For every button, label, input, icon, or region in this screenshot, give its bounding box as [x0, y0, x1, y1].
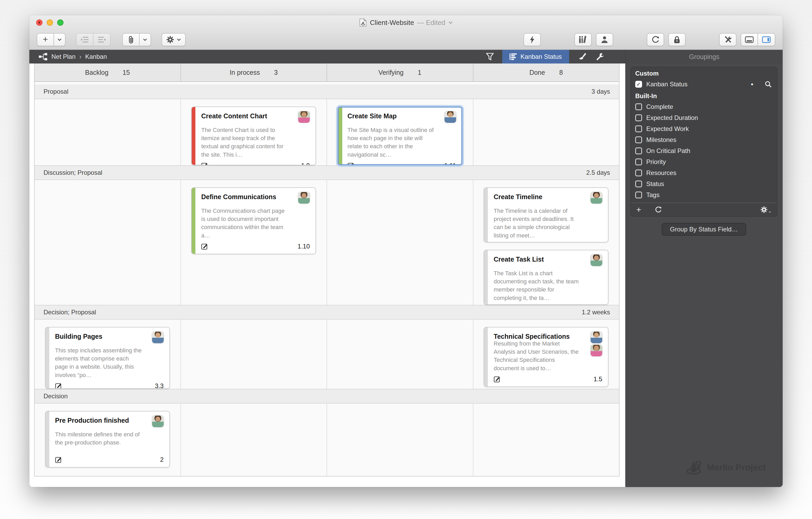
resources-button[interactable]: [596, 33, 613, 46]
note-icon[interactable]: [55, 383, 62, 389]
style-brush-icon[interactable]: [578, 53, 586, 61]
breadcrumb-kanban[interactable]: Kanban: [85, 53, 107, 60]
cell-proposal-backlog[interactable]: [35, 99, 181, 165]
checkbox[interactable]: [635, 181, 642, 187]
avatar[interactable]: [591, 192, 602, 203]
cell-decision-proposal-backlog[interactable]: Building Pages This step includes assemb…: [35, 320, 181, 389]
row-header-decision-proposal[interactable]: Decision; Proposal 1.2 weeks: [35, 305, 619, 320]
grouping-item-expected-work[interactable]: Expected Work: [631, 123, 777, 134]
cell-proposal-in-process[interactable]: Create Content Chart The Content Chart i…: [181, 99, 327, 165]
title-chevron-icon[interactable]: [448, 21, 453, 24]
kanban-card-define-communications[interactable]: Define Communications The Communications…: [191, 187, 316, 254]
library-button[interactable]: [574, 33, 592, 46]
column-label: Backlog: [85, 69, 108, 76]
avatar[interactable]: [298, 111, 310, 123]
row-header-decision[interactable]: Decision: [35, 389, 619, 404]
avatar[interactable]: [152, 416, 164, 427]
note-icon[interactable]: [348, 162, 354, 165]
settings-wrench-icon[interactable]: [596, 53, 604, 61]
settings-button[interactable]: [162, 33, 186, 46]
add-grouping-button[interactable]: +: [636, 205, 641, 215]
inspector-tools-button[interactable]: [719, 33, 736, 46]
lock-button[interactable]: [668, 33, 686, 46]
grouping-item-status[interactable]: Status: [631, 179, 777, 189]
avatar[interactable]: [591, 254, 602, 266]
kanban-card-create-timeline[interactable]: Create Timeline The Timeline is a calend…: [484, 187, 608, 242]
cell-decision-in-process[interactable]: [181, 404, 327, 476]
avatar[interactable]: [591, 345, 602, 356]
cell-proposal-verifying[interactable]: Create Site Map The Site Map is a visual…: [327, 99, 473, 165]
cell-decision-proposal-in-process[interactable]: [181, 320, 327, 389]
checkbox-checked[interactable]: ✓: [635, 81, 642, 88]
kanban-card-building-pages[interactable]: Building Pages This step includes assemb…: [45, 327, 170, 389]
cell-discussion-verifying[interactable]: [327, 180, 473, 305]
grouping-item-priority[interactable]: Priority: [631, 156, 777, 167]
cell-discussion-done[interactable]: Create Timeline The Timeline is a calend…: [473, 180, 619, 305]
checkbox[interactable]: [635, 192, 642, 198]
note-icon[interactable]: [201, 162, 208, 165]
right-panel-toggle-button[interactable]: [758, 33, 775, 46]
avatar[interactable]: [591, 332, 602, 343]
cell-decision-verifying[interactable]: [327, 404, 473, 476]
checkbox[interactable]: [635, 126, 642, 132]
checkbox[interactable]: [635, 147, 642, 154]
column-header-verifying[interactable]: Verifying 1: [327, 63, 473, 81]
grouping-item-resources[interactable]: Resources: [631, 167, 777, 179]
sync-button[interactable]: [647, 33, 664, 46]
checkbox[interactable]: [635, 114, 642, 121]
attachment-button[interactable]: [122, 33, 140, 46]
grouping-item-tags[interactable]: Tags: [631, 189, 777, 200]
grouping-item-expected-duration[interactable]: Expected Duration: [631, 112, 777, 123]
cell-proposal-done[interactable]: [473, 99, 619, 165]
merlin-project-watermark: Merlin Project: [686, 460, 766, 474]
kanban-status-view-button[interactable]: Kanban Status: [502, 50, 569, 63]
grouping-item-complete[interactable]: Complete: [631, 101, 777, 112]
checkbox[interactable]: [635, 136, 642, 143]
breadcrumb-net-plan[interactable]: Net Plan: [51, 53, 76, 60]
grouping-item-milestones[interactable]: Milestones: [631, 134, 777, 145]
search-icon[interactable]: [765, 81, 772, 88]
add-button[interactable]: +: [37, 33, 54, 46]
kanban-card-create-task-list[interactable]: Create Task List The Task List is a char…: [484, 250, 608, 305]
column-header-done[interactable]: Done 8: [473, 63, 619, 81]
avatar[interactable]: [444, 111, 456, 123]
row-header-proposal[interactable]: Proposal 3 days: [35, 84, 619, 99]
kanban-card-technical-specifications[interactable]: Technical Specifications Resulting from …: [484, 327, 608, 387]
refresh-icon[interactable]: [655, 206, 662, 213]
grouping-item-kanban-status[interactable]: ✓ Kanban Status •: [631, 79, 777, 90]
checkbox[interactable]: [635, 169, 642, 176]
add-dropdown-button[interactable]: [54, 33, 65, 46]
checkbox[interactable]: [635, 103, 642, 110]
indent-button[interactable]: [76, 33, 93, 46]
kanban-card-pre-production-finished[interactable]: Pre Production finished This milestone d…: [45, 411, 170, 468]
row-label: Proposal: [44, 88, 68, 95]
cell-decision-proposal-done[interactable]: Technical Specifications Resulting from …: [473, 320, 619, 389]
note-icon[interactable]: [494, 376, 500, 383]
groupings-panel-footer: + ⌄: [631, 202, 777, 216]
note-icon[interactable]: [201, 243, 208, 250]
filter-funnel-icon[interactable]: [486, 53, 494, 60]
quick-entry-button[interactable]: [523, 33, 541, 46]
card-id: 1.9: [301, 162, 310, 165]
kanban-card-create-content-chart[interactable]: Create Content Chart The Content Chart i…: [191, 107, 316, 165]
avatar[interactable]: [152, 332, 164, 343]
attachment-dropdown-button[interactable]: [140, 33, 151, 46]
bottom-panel-toggle-button[interactable]: [741, 33, 758, 46]
column-header-backlog[interactable]: Backlog 15: [35, 63, 181, 81]
grouping-item-on-critical-path[interactable]: On Critical Path: [631, 145, 777, 156]
cell-decision-backlog[interactable]: Pre Production finished This milestone d…: [35, 404, 181, 476]
checkbox[interactable]: [635, 159, 642, 165]
titlebar[interactable]: Client-Website — Edited: [29, 15, 783, 30]
kanban-card-create-site-map[interactable]: Create Site Map The Site Map is a visual…: [338, 107, 462, 165]
avatar[interactable]: [298, 192, 310, 203]
cell-decision-done[interactable]: [473, 404, 619, 476]
grouping-actions-button[interactable]: ⌄: [760, 206, 772, 214]
group-by-status-field-button[interactable]: Group By Status Field…: [662, 223, 747, 236]
cell-discussion-backlog[interactable]: [35, 180, 181, 305]
row-header-discussion-proposal[interactable]: Discussion; Proposal 2.5 days: [35, 165, 619, 180]
cell-decision-proposal-verifying[interactable]: [327, 320, 473, 389]
cell-discussion-in-process[interactable]: Define Communications The Communications…: [181, 180, 327, 305]
outdent-button[interactable]: [93, 33, 111, 46]
note-icon[interactable]: [55, 456, 62, 463]
column-header-in-process[interactable]: In process 3: [181, 63, 327, 81]
